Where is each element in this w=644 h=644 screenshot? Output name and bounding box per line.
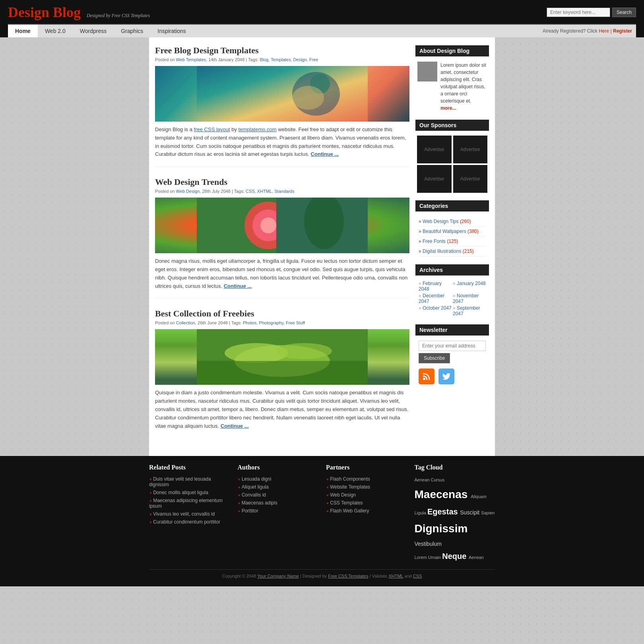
search-input[interactable] [547, 8, 610, 17]
about-more-link[interactable]: more... [440, 105, 456, 111]
partner-4: CSS Templates [326, 499, 407, 507]
archives-title: Archives [415, 264, 489, 275]
here-link[interactable]: Here [599, 28, 609, 34]
post-2-continue[interactable]: Continue ... [224, 283, 252, 289]
archive-3: December 2047 [419, 293, 452, 304]
footer-tag-cloud-title: Tag Cloud [415, 464, 495, 471]
cat-item-1: » Web Design Tips (260) [419, 217, 486, 227]
partner-3: Web Design [326, 491, 407, 499]
related-1: Duis vitae velit sed lesuada dignissim [149, 475, 230, 489]
related-3: Maecenas adipiscing elementum ipsum [149, 497, 230, 510]
footer-tag-cloud: Tag Cloud Aenean Cursus Maecenas Aliquam… [415, 464, 495, 563]
nav-item-inspirations[interactable]: Inspirations [150, 25, 193, 37]
post-1-continue[interactable]: Continue ... [311, 151, 339, 157]
cat-item-2: » Beautiful Wallpapers (380) [419, 227, 486, 237]
tag-neque[interactable]: Neque [442, 552, 469, 561]
nav-item-home[interactable]: Home [8, 25, 38, 37]
author-3: Convallis id [238, 491, 318, 499]
svg-point-3 [292, 86, 324, 110]
tag-dignissim[interactable]: Dignissim [415, 522, 468, 535]
search-button[interactable]: Search [612, 8, 636, 17]
sponsor-1[interactable]: Advertise [417, 136, 452, 163]
footer-columns: Related Posts Duis vitae velit sed lesua… [149, 464, 495, 563]
post-2-body: Donec magna risus, mollis eget ullamcorp… [155, 257, 409, 290]
archive-2: January 2048 [453, 281, 486, 292]
logo-design: Design [8, 4, 49, 20]
post-1-image [155, 66, 409, 122]
post-2-meta: Posted on Web Design, 28th July 2048 | T… [155, 189, 409, 194]
rss-icon[interactable] [419, 369, 435, 384]
author-4: Maecenas adipis [238, 499, 318, 507]
about-widget: About Design Blog Lorem ipsum dolor sit … [415, 45, 489, 114]
tag-sapien[interactable]: Sapien [481, 510, 495, 515]
social-icons [415, 365, 489, 388]
tag-aenean[interactable]: Aenean [415, 477, 431, 482]
post-2-title: Web Design Trends [155, 177, 409, 187]
author-2: Aliquet ligula [238, 483, 318, 491]
nav-item-wordpress[interactable]: Wordpress [73, 25, 114, 37]
post-3-title: Best Collection of Freebies [155, 308, 409, 319]
footer: Related Posts Duis vitae velit sed lesua… [0, 456, 644, 586]
newsletter-email-input[interactable] [419, 341, 486, 351]
nav-item-web20[interactable]: Web 2.0 [38, 25, 73, 37]
sponsors-grid: Advertise Advertise Advertise Advertise [415, 134, 489, 194]
tag-ligula[interactable]: Ligula [415, 510, 427, 515]
footer-partners: Partners Flash Components Website Templa… [326, 464, 407, 563]
newsletter-title: Newsletter [415, 324, 489, 336]
about-thumbnail [417, 62, 437, 81]
nav-item-graphics[interactable]: Graphics [114, 25, 150, 37]
archives-widget: Archives February 2048 January 2048 Dece… [415, 264, 489, 318]
newsletter-content: Subscribe [415, 339, 489, 365]
designed-by-link[interactable]: Free CSS Templates [328, 574, 368, 578]
footer-related-title: Related Posts [149, 464, 230, 471]
sponsor-2[interactable]: Advertise [453, 136, 488, 163]
register-text: Already Registered? Click [543, 28, 597, 34]
post-1-meta: Posted on Web Templates, 14th January 20… [155, 57, 409, 62]
validate-xhtml-link[interactable]: XHTML [388, 574, 403, 578]
twitter-icon[interactable] [438, 369, 454, 384]
validate-css-link[interactable]: CSS [413, 574, 422, 578]
post-2: Web Design Trends Posted on Web Design, … [155, 177, 409, 299]
partner-2: Website Templates [326, 483, 407, 491]
svg-rect-0 [197, 66, 368, 122]
svg-point-13 [276, 343, 332, 359]
footer-partners-title: Partners [326, 464, 407, 471]
tag-aliquam[interactable]: Aliquam [471, 494, 487, 499]
related-2: Donec mollis aliquet ligula [149, 489, 230, 497]
post-2-image [155, 198, 409, 253]
author-5: Porttitor [238, 507, 318, 515]
company-name-link[interactable]: Your Company Name [257, 574, 299, 578]
content-area: Free Blog Design Templates Posted on Web… [149, 37, 495, 456]
tag-cursus[interactable]: Cursus [431, 477, 444, 482]
about-content: Lorem ipsum dolor sit amet, consectetur … [415, 60, 489, 114]
main-wrap: Free Blog Design Templates Posted on Web… [149, 37, 495, 456]
post-3-image [155, 329, 409, 385]
footer-related-posts: Related Posts Duis vitae velit sed lesua… [149, 464, 230, 563]
post-3: Best Collection of Freebies Posted on Co… [155, 308, 409, 438]
footer-partners-list: Flash Components Website Templates Web D… [326, 475, 407, 515]
post-1-meta-link1[interactable]: Web Templates [176, 57, 206, 62]
related-5: Curabitur condimentum porttitor [149, 518, 230, 526]
post-1: Free Blog Design Templates Posted on Web… [155, 45, 409, 167]
post-1-body: Design Blog is a free CSS layout by temp… [155, 126, 409, 159]
tag-aenean2[interactable]: Aenean [469, 555, 484, 560]
archives-grid: February 2048 January 2048 December 2047… [415, 279, 489, 318]
sponsor-4[interactable]: Advertise [453, 165, 488, 193]
post-3-body: Quisque in diam a justo condimentum mole… [155, 389, 409, 430]
tag-suscipit[interactable]: Suscipit [460, 509, 481, 516]
footer-bottom: Copyright © 2048 Your Company Name | Des… [149, 569, 495, 578]
newsletter-subscribe-button[interactable]: Subscribe [419, 353, 450, 363]
tag-lorem[interactable]: Lorem [415, 555, 428, 560]
nav-links: Home Web 2.0 Wordpress Graphics Inspirat… [8, 25, 193, 37]
tag-egestas[interactable]: Egestas [427, 507, 460, 516]
tag-maecenas[interactable]: Maecenas [415, 488, 471, 500]
logo-blog: Blog [53, 4, 81, 20]
about-body: Lorem ipsum dolor sit amet, consectetur … [440, 62, 486, 104]
tag-vestibulum[interactable]: Vestibulum [415, 541, 442, 547]
sponsor-3[interactable]: Advertise [417, 165, 452, 193]
tag-urnain[interactable]: Urnain [428, 555, 442, 560]
post-3-continue[interactable]: Continue ... [221, 423, 249, 429]
categories-list: » Web Design Tips (260) » Beautiful Wall… [415, 215, 489, 258]
cat-item-3: » Free Fonts (125) [419, 237, 486, 246]
register-link[interactable]: Register [613, 28, 632, 34]
